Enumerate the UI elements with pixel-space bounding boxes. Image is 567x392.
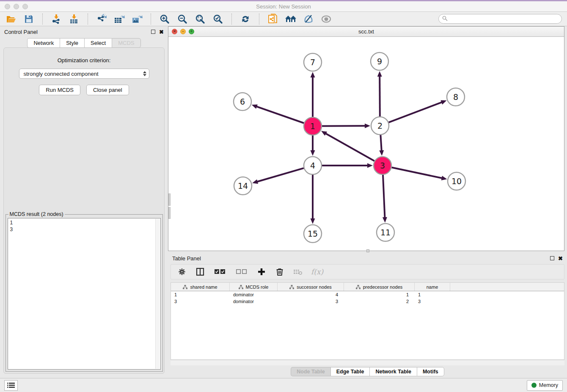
graph-edge-arrowhead bbox=[367, 163, 373, 168]
table-cell[interactable]: 3 bbox=[415, 298, 450, 305]
open-session-icon[interactable] bbox=[5, 13, 17, 25]
main-toolbar bbox=[0, 12, 567, 26]
graph-node-label: 7 bbox=[310, 58, 315, 67]
graph-node-label: 15 bbox=[308, 229, 318, 238]
table-cell[interactable]: 1 bbox=[344, 291, 415, 298]
gear-icon[interactable] bbox=[177, 267, 187, 277]
refresh-layout-icon[interactable] bbox=[239, 13, 251, 25]
memory-label: Memory bbox=[539, 382, 558, 388]
graph-edge-arrowhead bbox=[383, 217, 387, 223]
float-table-panel-icon[interactable] bbox=[550, 256, 554, 260]
tab-mcds[interactable]: MCDS bbox=[112, 38, 140, 48]
result-lines-container: 13 bbox=[10, 219, 158, 233]
graph-edge[interactable] bbox=[257, 168, 304, 182]
import-network-icon[interactable] bbox=[50, 13, 62, 25]
graph-edge[interactable] bbox=[325, 133, 374, 161]
float-panel-icon[interactable] bbox=[151, 30, 155, 34]
graph-edge[interactable] bbox=[256, 106, 304, 123]
column-label: MCDS role bbox=[246, 284, 269, 290]
memory-button[interactable]: Memory bbox=[527, 380, 563, 391]
close-panel-button[interactable]: Close panel bbox=[86, 85, 129, 95]
table-row[interactable]: 3dominator323 bbox=[171, 298, 564, 305]
deselect-all-icon[interactable] bbox=[235, 267, 248, 277]
export-image-icon[interactable] bbox=[131, 13, 143, 25]
status-bar: Memory bbox=[0, 378, 567, 392]
graph-node-label: 2 bbox=[377, 121, 383, 130]
function-icon[interactable]: f(x) bbox=[311, 268, 323, 276]
table-cell[interactable]: 1 bbox=[415, 291, 450, 298]
table-row[interactable]: 1dominator411 bbox=[171, 291, 564, 298]
graph-edge-arrowhead bbox=[311, 218, 315, 224]
table-cell[interactable]: 3 bbox=[171, 298, 230, 305]
tab-edge-table[interactable]: Edge Table bbox=[330, 367, 370, 376]
result-line: 3 bbox=[10, 226, 158, 233]
import-table-icon[interactable] bbox=[68, 13, 80, 25]
table-cell[interactable]: dominator bbox=[230, 298, 278, 305]
node-table: shared nameMCDS rolesuccessor nodesprede… bbox=[171, 282, 564, 360]
run-mcds-button[interactable]: Run MCDS bbox=[39, 85, 80, 95]
network-canvas[interactable]: 7968124314101511 bbox=[168, 37, 564, 251]
trash-icon[interactable] bbox=[275, 267, 285, 277]
network-resize-grip[interactable] bbox=[366, 249, 369, 252]
column-label: successor nodes bbox=[297, 284, 332, 290]
graph-edge[interactable] bbox=[392, 168, 443, 178]
columns-icon[interactable] bbox=[195, 267, 205, 277]
eye-icon[interactable] bbox=[320, 13, 332, 25]
column-header-name[interactable]: name bbox=[415, 283, 450, 291]
add-icon[interactable] bbox=[256, 267, 267, 277]
tab-network[interactable]: Network bbox=[27, 38, 60, 48]
zoom-selected-icon[interactable] bbox=[212, 13, 224, 25]
tab-select[interactable]: Select bbox=[84, 38, 112, 48]
result-scrollbar[interactable] bbox=[155, 219, 160, 369]
optimization-criterion-select[interactable]: strongly connected component bbox=[19, 69, 149, 79]
column-header-predecessor-nodes[interactable]: predecessor nodes bbox=[344, 283, 415, 291]
network-window-titlebar[interactable]: ✕ − + scc.txt bbox=[168, 27, 564, 37]
graph-edge[interactable] bbox=[322, 126, 366, 126]
table-cell[interactable]: 1 bbox=[171, 291, 230, 298]
duplicate-network-icon[interactable] bbox=[267, 13, 279, 25]
close-table-panel-icon[interactable]: ✖ bbox=[558, 256, 563, 261]
table-cell[interactable]: 3 bbox=[278, 298, 344, 305]
tab-node-table[interactable]: Node Table bbox=[291, 367, 330, 376]
table-cell[interactable]: dominator bbox=[230, 291, 278, 298]
zoom-fit-icon[interactable] bbox=[194, 13, 206, 25]
toolbar-separator bbox=[42, 14, 43, 25]
column-header-shared-name[interactable]: shared name bbox=[171, 283, 230, 291]
toolbar-search[interactable] bbox=[438, 14, 562, 24]
graph-edge[interactable] bbox=[389, 102, 443, 122]
graph-edge-arrowhead bbox=[252, 105, 258, 109]
export-network-icon[interactable] bbox=[96, 13, 107, 25]
table-cell[interactable]: 2 bbox=[344, 298, 415, 305]
mcds-result-list[interactable]: 13 bbox=[8, 218, 161, 370]
delete-column-icon[interactable] bbox=[293, 267, 303, 277]
sort-hierarchy-icon bbox=[183, 285, 187, 289]
table-hscrollbar[interactable] bbox=[171, 360, 564, 365]
graph-edge[interactable] bbox=[380, 135, 381, 151]
graph-edge[interactable] bbox=[380, 76, 380, 116]
graph-edge-arrowhead bbox=[440, 100, 446, 105]
show-console-button[interactable] bbox=[4, 380, 18, 391]
graph-node-label: 10 bbox=[451, 177, 462, 186]
export-table-icon[interactable] bbox=[113, 13, 125, 25]
panel-splitter[interactable] bbox=[168, 193, 171, 219]
graph-node-label: 3 bbox=[380, 161, 385, 170]
sort-hierarchy-icon bbox=[289, 285, 294, 289]
tab-network-table[interactable]: Network Table bbox=[369, 367, 417, 376]
column-header-successor-nodes[interactable]: successor nodes bbox=[278, 283, 344, 291]
graph-edge-arrowhead bbox=[365, 124, 370, 128]
save-session-icon[interactable] bbox=[23, 13, 35, 25]
zoom-out-icon[interactable] bbox=[176, 13, 188, 25]
style-paint-icon[interactable] bbox=[303, 13, 314, 25]
graph-edge-arrowhead bbox=[311, 150, 315, 156]
column-header-MCDS-role[interactable]: MCDS role bbox=[230, 283, 278, 291]
zoom-in-icon[interactable] bbox=[159, 13, 171, 25]
houses-icon[interactable] bbox=[285, 13, 297, 25]
close-panel-icon[interactable]: ✖ bbox=[159, 29, 164, 35]
table-cell[interactable]: 4 bbox=[278, 291, 344, 298]
tab-style[interactable]: Style bbox=[60, 38, 84, 48]
graph-edge[interactable] bbox=[383, 175, 385, 218]
criterion-value: strongly connected component bbox=[24, 71, 99, 77]
search-input[interactable] bbox=[450, 16, 558, 22]
select-all-icon[interactable] bbox=[213, 267, 227, 277]
tab-motifs[interactable]: Motifs bbox=[417, 367, 444, 376]
